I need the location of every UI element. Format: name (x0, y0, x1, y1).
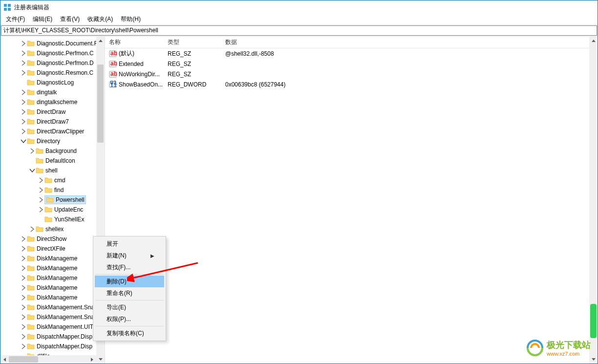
chevron-down-icon[interactable] (20, 138, 27, 145)
chevron-right-icon[interactable] (20, 304, 27, 311)
tree-item[interactable]: DiskManageme (0, 283, 105, 293)
col-header-data[interactable]: 数据 (221, 38, 598, 46)
tree-item[interactable]: Directory (0, 136, 105, 146)
list-row[interactable]: ExtendedREG_SZ (105, 59, 598, 69)
chevron-right-icon[interactable] (20, 69, 27, 76)
menu-item[interactable]: 查看(V) (57, 14, 83, 24)
chevron-right-icon[interactable] (20, 314, 27, 321)
chevron-right-icon[interactable] (20, 128, 27, 135)
tree-item[interactable]: DirectDraw7 (0, 117, 105, 127)
tree-item[interactable]: DispatchMapper.Disp (0, 342, 105, 351)
tree-item[interactable]: DiskManagement.Sna (0, 302, 105, 312)
chevron-right-icon[interactable] (38, 177, 44, 184)
menu-item[interactable]: 帮助(H) (117, 14, 144, 24)
chevron-right-icon[interactable] (20, 108, 27, 115)
col-header-name[interactable]: 名称 (105, 38, 164, 46)
scroll-left-icon[interactable] (0, 355, 9, 364)
submenu-arrow-icon: ▶ (150, 253, 154, 258)
tree-item[interactable]: Diagnostic.Perfmon.D (0, 58, 105, 68)
tree-item[interactable]: DiagnosticLog (0, 78, 105, 87)
chevron-right-icon[interactable] (20, 255, 27, 262)
tree-item[interactable]: UpdateEnc (0, 205, 105, 214)
folder-icon (27, 128, 35, 135)
scroll-right-icon[interactable] (88, 355, 96, 364)
chevron-right-icon[interactable] (38, 187, 44, 193)
chevron-right-icon[interactable] (20, 294, 27, 301)
chevron-down-icon[interactable] (29, 167, 36, 174)
chevron-right-icon[interactable] (20, 99, 27, 106)
chevron-right-icon[interactable] (20, 40, 27, 47)
chevron-right-icon[interactable] (20, 236, 27, 242)
scroll-thumb[interactable] (9, 356, 38, 363)
tree-item[interactable]: YunShellEx (0, 214, 105, 224)
tree-item[interactable]: DiskManagement.Sna (0, 312, 105, 322)
chevron-right-icon[interactable] (29, 226, 36, 233)
tree-item[interactable]: dingtalkscheme (0, 97, 105, 107)
tree-item[interactable]: DirectXFile (0, 244, 105, 254)
tree-item[interactable]: shell (0, 166, 105, 175)
tree-item[interactable]: DiskManageme (0, 293, 105, 302)
scroll-track[interactable] (589, 45, 598, 355)
tree-item[interactable]: DirectDraw (0, 107, 105, 117)
scroll-thumb[interactable] (97, 64, 104, 143)
chevron-right-icon[interactable] (20, 245, 27, 252)
folder-icon (44, 186, 52, 194)
tree-item[interactable]: find (0, 185, 105, 195)
tree-item[interactable]: DiskManageme (0, 273, 105, 283)
scroll-thumb[interactable] (590, 304, 597, 338)
menu-item[interactable]: 编辑(E) (29, 14, 56, 24)
scroll-up-icon[interactable] (96, 37, 105, 45)
context-menu-item[interactable]: 导出(E) (95, 301, 164, 313)
context-menu-label: 重命名(R) (107, 289, 132, 298)
tree-item[interactable]: DirectShow (0, 234, 105, 244)
chevron-right-icon[interactable] (20, 118, 27, 125)
chevron-right-icon[interactable] (20, 323, 27, 330)
tree-item[interactable]: DirectDrawClipper (0, 127, 105, 136)
tree-item[interactable]: shellex (0, 224, 105, 234)
context-menu-item[interactable]: 权限(P)... (95, 313, 164, 325)
list-row[interactable]: NoWorkingDir...REG_SZ (105, 69, 598, 79)
context-menu-item[interactable]: 重命名(R) (95, 287, 164, 299)
tree-item[interactable]: Diagnostic.Document.F (0, 39, 105, 48)
chevron-right-icon[interactable] (20, 265, 27, 272)
tree-item[interactable]: DiskManageme (0, 263, 105, 273)
tree-item[interactable]: DiskManageme (0, 254, 105, 263)
chevron-right-icon[interactable] (20, 284, 27, 291)
scroll-down-icon[interactable] (96, 355, 105, 364)
chevron-right-icon[interactable] (20, 333, 27, 340)
col-header-type[interactable]: 类型 (164, 38, 221, 46)
chevron-right-icon[interactable] (20, 89, 27, 96)
tree-item[interactable]: cmd (0, 175, 105, 185)
list-row[interactable]: (默认)REG_SZ@shell32.dll,-8508 (105, 48, 598, 59)
context-menu-item[interactable]: 新建(N)▶ (95, 250, 164, 261)
tree-item[interactable]: Background (0, 146, 105, 156)
context-menu-item[interactable]: 查找(F)... (95, 261, 164, 273)
tree-item[interactable]: DiskManagement.UIT (0, 322, 105, 332)
list-row[interactable]: ShowBasedOn...REG_DWORD0x00639bc8 (65279… (105, 79, 598, 89)
tree-item[interactable]: DefaultIcon (0, 156, 105, 166)
context-menu-item[interactable]: 复制项名称(C) (95, 327, 164, 339)
chevron-right-icon[interactable] (38, 196, 44, 203)
address-input[interactable] (1, 25, 597, 36)
titlebar[interactable]: 注册表编辑器 (0, 0, 598, 14)
chevron-right-icon[interactable] (20, 275, 27, 281)
tree-item[interactable]: Diagnostic.Resmon.C (0, 68, 105, 78)
context-menu-item[interactable]: 删除(D) (95, 276, 164, 287)
context-menu-item[interactable]: 展开 (95, 238, 164, 250)
scroll-up-icon[interactable] (589, 37, 598, 45)
chevron-right-icon[interactable] (20, 343, 27, 350)
menu-item[interactable]: 收藏夹(A) (84, 14, 116, 24)
list-vscrollbar[interactable] (589, 37, 598, 364)
scroll-track[interactable] (9, 355, 88, 364)
tree-hscrollbar[interactable] (0, 355, 96, 364)
chevron-right-icon[interactable] (20, 50, 27, 57)
tree-item[interactable]: Diagnostic.Perfmon.C (0, 48, 105, 58)
tree-item[interactable]: Powershell (0, 195, 105, 205)
menu-item[interactable]: 文件(F) (2, 14, 28, 24)
tree-item[interactable]: DispatchMapper.Disp (0, 332, 105, 342)
list-body: (默认)REG_SZ@shell32.dll,-8508ExtendedREG_… (105, 48, 598, 89)
chevron-right-icon[interactable] (29, 148, 36, 154)
chevron-right-icon[interactable] (20, 60, 27, 66)
chevron-right-icon[interactable] (38, 206, 44, 213)
tree-item[interactable]: dingtalk (0, 87, 105, 97)
